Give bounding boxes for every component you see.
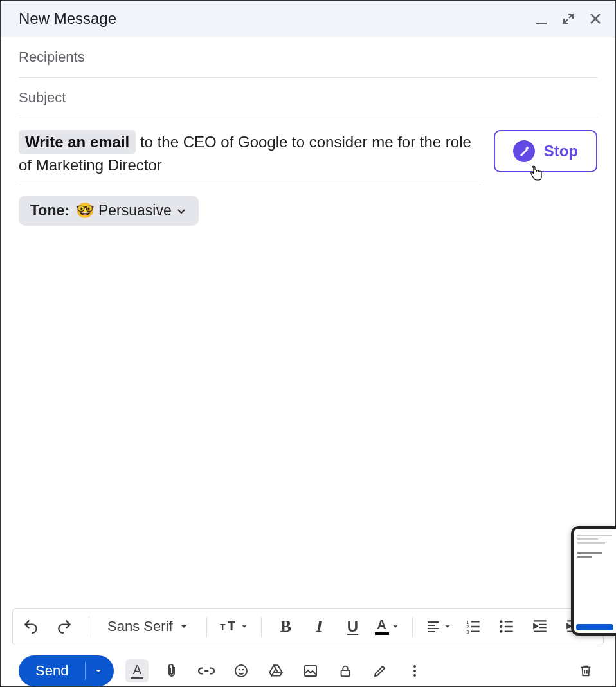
svg-text:T: T <box>220 622 226 632</box>
subject-field[interactable]: Subject <box>19 78 597 118</box>
font-name: Sans Serif <box>107 618 173 635</box>
svg-text:3: 3 <box>466 629 469 635</box>
email-body-area[interactable] <box>1 236 615 608</box>
compose-window: New Message Recipients Subject Write an … <box>0 0 616 687</box>
header-fields: Recipients Subject <box>1 37 615 118</box>
toolbar-separator <box>412 616 413 637</box>
insert-photo-button[interactable] <box>299 659 322 682</box>
picture-in-picture-preview[interactable] <box>571 526 616 636</box>
bold-icon: B <box>280 617 291 636</box>
bottom-action-bar: Send A <box>1 652 615 686</box>
svg-point-6 <box>500 620 502 623</box>
font-size-button[interactable]: T T <box>220 615 248 638</box>
formatting-toolbar: Sans Serif T T B I U A <box>12 608 604 645</box>
caret-down-icon <box>240 623 248 630</box>
emoji-icon <box>233 663 249 679</box>
bold-button[interactable]: B <box>275 615 298 638</box>
toolbar-separator <box>206 616 207 637</box>
attach-file-button[interactable] <box>160 659 183 682</box>
pip-bottom-bar <box>576 624 613 630</box>
ai-prompt-text[interactable]: Write an email to the CEO of Google to c… <box>19 130 481 185</box>
caret-down-icon <box>392 623 399 630</box>
svg-point-7 <box>500 625 502 628</box>
tone-value: 🤓 Persuasive <box>76 202 187 219</box>
toolbar-separator <box>89 616 89 637</box>
svg-point-16 <box>413 674 416 677</box>
text-color-button[interactable]: A <box>375 615 399 638</box>
send-button-label: Send <box>19 663 85 679</box>
paperclip-icon <box>164 663 179 679</box>
toolbar-separator <box>261 616 262 637</box>
redo-icon <box>56 618 73 635</box>
stop-button[interactable]: Stop <box>494 130 597 172</box>
prompt-command-chip: Write an email <box>19 130 136 154</box>
svg-point-15 <box>413 670 416 672</box>
numbered-list-button[interactable]: 1 2 3 <box>462 615 485 638</box>
align-button[interactable] <box>426 615 451 638</box>
undo-button[interactable] <box>19 615 42 638</box>
svg-rect-0 <box>536 23 547 24</box>
svg-point-9 <box>235 665 247 677</box>
minimize-button[interactable] <box>534 12 548 26</box>
close-button[interactable] <box>588 12 602 26</box>
expand-button[interactable] <box>561 12 575 26</box>
text-color-icon: A <box>375 618 389 635</box>
svg-point-10 <box>239 669 240 671</box>
insert-emoji-button[interactable] <box>230 659 253 682</box>
formatting-options-icon: A <box>131 663 143 679</box>
font-size-icon: T T <box>220 619 240 634</box>
align-icon <box>426 619 441 634</box>
send-button[interactable]: Send <box>19 655 114 686</box>
indent-less-icon <box>532 618 548 635</box>
ai-prompt-row: Write an email to the CEO of Google to c… <box>1 118 615 185</box>
cursor-icon <box>527 165 545 183</box>
more-vertical-icon <box>408 663 421 679</box>
indent-less-button[interactable] <box>529 615 552 638</box>
pen-icon <box>372 663 388 679</box>
link-icon <box>198 663 215 679</box>
insert-link-button[interactable] <box>195 659 218 682</box>
tone-row: Tone: 🤓 Persuasive <box>1 185 615 236</box>
svg-text:T: T <box>228 619 235 633</box>
chevron-down-icon <box>176 205 187 217</box>
discard-draft-button[interactable] <box>574 659 597 682</box>
bullet-list-button[interactable] <box>495 615 518 638</box>
window-controls <box>534 12 602 26</box>
minimize-icon <box>535 12 548 25</box>
italic-button[interactable]: I <box>308 615 331 638</box>
tone-name: Persuasive <box>98 202 172 219</box>
magic-wand-icon <box>513 140 535 162</box>
lock-icon <box>338 663 352 679</box>
pip-content <box>574 529 616 563</box>
insert-signature-button[interactable] <box>368 659 392 682</box>
drive-icon <box>267 663 284 679</box>
underline-button[interactable]: U <box>341 615 365 638</box>
caret-down-icon <box>179 622 188 631</box>
close-icon <box>589 12 602 25</box>
caret-down-icon <box>444 623 451 630</box>
svg-point-8 <box>500 630 502 632</box>
formatting-options-button[interactable]: A <box>125 659 149 682</box>
svg-point-14 <box>413 665 416 668</box>
svg-rect-13 <box>341 670 350 676</box>
redo-button[interactable] <box>53 615 76 638</box>
numbered-list-icon: 1 2 3 <box>465 618 482 635</box>
underline-icon: U <box>347 618 358 636</box>
tone-emoji-icon: 🤓 <box>76 202 95 219</box>
insert-drive-button[interactable] <box>264 659 287 682</box>
undo-icon <box>23 618 39 635</box>
tone-label: Tone: <box>30 202 69 219</box>
more-options-button[interactable] <box>403 659 426 682</box>
expand-icon <box>562 12 575 25</box>
confidential-mode-button[interactable] <box>334 659 357 682</box>
recipients-field[interactable]: Recipients <box>19 37 597 78</box>
stop-button-label: Stop <box>544 142 578 160</box>
image-icon <box>303 663 318 679</box>
window-title: New Message <box>19 10 116 28</box>
trash-icon <box>579 663 593 679</box>
italic-icon: I <box>316 617 322 636</box>
bullet-list-icon <box>498 618 515 635</box>
font-picker[interactable]: Sans Serif <box>102 618 194 635</box>
send-more-options[interactable] <box>86 666 111 675</box>
tone-selector[interactable]: Tone: 🤓 Persuasive <box>19 196 199 226</box>
